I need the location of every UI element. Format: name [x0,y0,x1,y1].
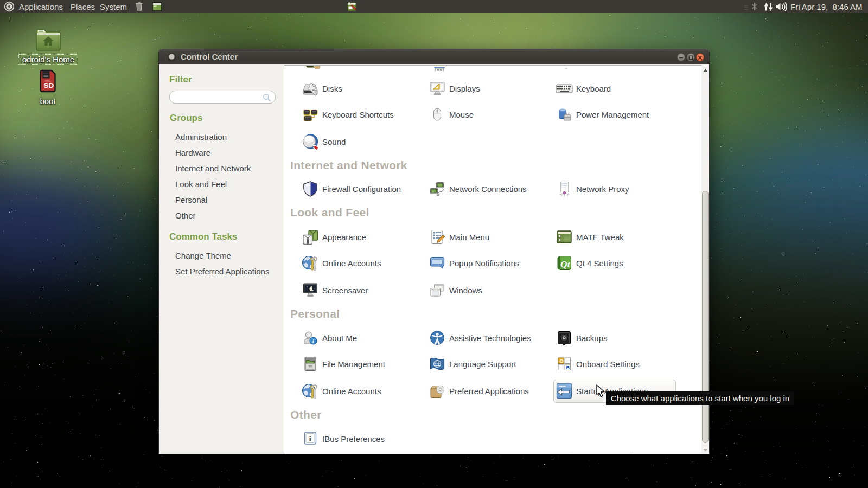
svg-text:i: i [312,338,314,344]
svg-text:MMC: MMC [45,80,51,82]
svg-text:O: O [560,358,564,364]
svg-text:i: i [309,434,311,443]
svg-text:Qt: Qt [560,259,571,269]
svg-text:B: B [566,365,570,370]
svg-text:SD: SD [44,81,54,89]
